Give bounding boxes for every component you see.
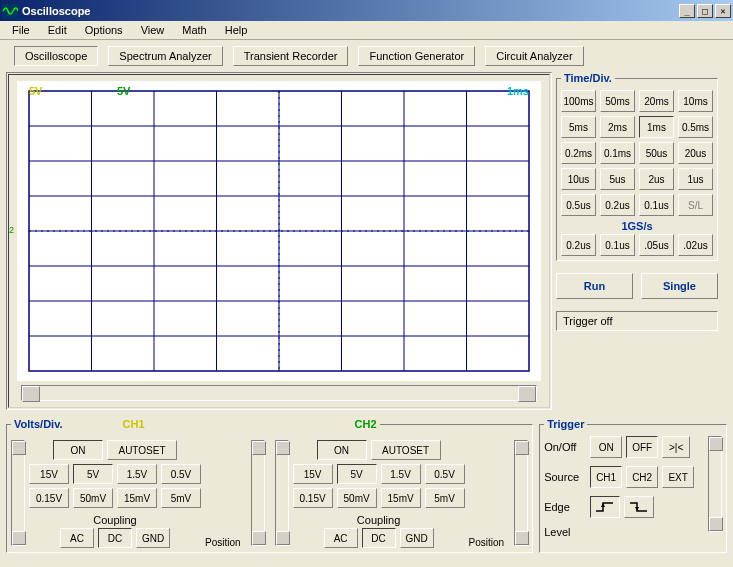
timediv-50ms[interactable]: 50ms bbox=[600, 90, 635, 112]
timediv-legend: Time/Div. bbox=[561, 72, 615, 84]
menu-math[interactable]: Math bbox=[174, 22, 214, 38]
timediv-02ms[interactable]: 0.2ms bbox=[561, 142, 596, 164]
ch1-coupling-dc[interactable]: DC bbox=[98, 528, 132, 548]
ch1-autoset-button[interactable]: AUTOSET bbox=[107, 440, 177, 460]
timediv-05ms[interactable]: 0.5ms bbox=[678, 116, 713, 138]
trigger-source-ext[interactable]: EXT bbox=[662, 466, 694, 488]
ch1-coupling-label: Coupling bbox=[93, 514, 136, 526]
app-icon bbox=[2, 3, 18, 19]
ch2-volts-5mV[interactable]: 5mV bbox=[425, 488, 465, 508]
gs-05us[interactable]: .05us bbox=[639, 234, 674, 256]
menubar: File Edit Options View Math Help bbox=[0, 21, 733, 40]
ch1-voltsdiv-slider[interactable] bbox=[11, 440, 25, 546]
run-button[interactable]: Run bbox=[556, 273, 633, 299]
ch1-on-button[interactable]: ON bbox=[53, 440, 103, 460]
timediv-10ms[interactable]: 10ms bbox=[678, 90, 713, 112]
ch2-coupling-ac[interactable]: AC bbox=[324, 528, 358, 548]
ch2-voltsdiv-slider[interactable] bbox=[275, 440, 289, 546]
ch1-volts-50mV[interactable]: 50mV bbox=[73, 488, 113, 508]
maximize-button[interactable]: □ bbox=[697, 4, 713, 18]
tab-spectrum-analyzer[interactable]: Spectrum Analyzer bbox=[108, 46, 222, 66]
menu-edit[interactable]: Edit bbox=[40, 22, 75, 38]
timediv-group: Time/Div. 100ms50ms20ms10ms5ms2ms1ms0.5m… bbox=[556, 72, 718, 261]
tab-function-generator[interactable]: Function Generator bbox=[358, 46, 475, 66]
ch1-position-slider[interactable] bbox=[251, 440, 265, 546]
horizontal-scrollbar[interactable] bbox=[21, 385, 537, 401]
trigger-source-label: Source bbox=[544, 471, 586, 483]
ch1-volts-5V[interactable]: 5V bbox=[73, 464, 113, 484]
titlebar: Oscilloscope _ □ ✕ bbox=[0, 0, 733, 21]
timediv-10us[interactable]: 10us bbox=[561, 168, 596, 190]
trigger-source-ch2[interactable]: CH2 bbox=[626, 466, 658, 488]
timediv-100ms[interactable]: 100ms bbox=[561, 90, 596, 112]
tab-circuit-analyzer[interactable]: Circuit Analyzer bbox=[485, 46, 583, 66]
trigger-group: Trigger On/Off ON OFF >|< Source CH1 CH2… bbox=[539, 418, 727, 553]
ch1-position-label: Position bbox=[205, 535, 241, 548]
timediv-5ms[interactable]: 5ms bbox=[561, 116, 596, 138]
ch1-volts-5mV[interactable]: 5mV bbox=[161, 488, 201, 508]
trigger-edge-label: Edge bbox=[544, 501, 586, 513]
ch2-volt-label: 5V bbox=[117, 85, 130, 97]
trigger-reset-button[interactable]: >|< bbox=[662, 436, 690, 458]
trigger-source-ch1[interactable]: CH1 bbox=[590, 466, 622, 488]
gs-02us[interactable]: .02us bbox=[678, 234, 713, 256]
ch2-volts-5V[interactable]: 5V bbox=[337, 464, 377, 484]
ch2-autoset-button[interactable]: AUTOSET bbox=[371, 440, 441, 460]
trigger-level-slider[interactable] bbox=[708, 436, 722, 532]
timediv-01ms[interactable]: 0.1ms bbox=[600, 142, 635, 164]
rising-edge-icon bbox=[595, 501, 615, 513]
menu-file[interactable]: File bbox=[4, 22, 38, 38]
gs-01us[interactable]: 0.1us bbox=[600, 234, 635, 256]
ch1-volts-15mV[interactable]: 15mV bbox=[117, 488, 157, 508]
timediv-50us[interactable]: 50us bbox=[639, 142, 674, 164]
ch2-header: CH2 bbox=[355, 418, 377, 430]
close-button[interactable]: ✕ bbox=[715, 4, 731, 18]
ch2-volts-015V[interactable]: 0.15V bbox=[293, 488, 333, 508]
ch2-on-button[interactable]: ON bbox=[317, 440, 367, 460]
trigger-off-button[interactable]: OFF bbox=[626, 436, 658, 458]
ch1-block: ON AUTOSET 15V5V1.5V0.5V 0.15V50mV15mV5m… bbox=[11, 440, 241, 548]
timediv-01us[interactable]: 0.1us bbox=[639, 194, 674, 216]
single-button[interactable]: Single bbox=[641, 273, 718, 299]
timediv-2ms[interactable]: 2ms bbox=[600, 116, 635, 138]
ch1-coupling-ac[interactable]: AC bbox=[60, 528, 94, 548]
voltsdiv-group: Volts/Div. CH1 CH2 ON AUTOSET 15V5V1.5V0… bbox=[6, 418, 533, 553]
menu-view[interactable]: View bbox=[133, 22, 173, 38]
scope-display: 5V 5V 1ms 2 bbox=[17, 81, 541, 381]
ch2-block: ON AUTOSET 15V5V1.5V0.5V 0.15V50mV15mV5m… bbox=[275, 440, 505, 548]
gs-02us[interactable]: 0.2us bbox=[561, 234, 596, 256]
ch2-coupling-gnd[interactable]: GND bbox=[400, 528, 434, 548]
ch1-coupling-gnd[interactable]: GND bbox=[136, 528, 170, 548]
tab-oscilloscope[interactable]: Oscilloscope bbox=[14, 46, 98, 66]
trigger-on-button[interactable]: ON bbox=[590, 436, 622, 458]
ch1-volts-15V[interactable]: 1.5V bbox=[117, 464, 157, 484]
menu-options[interactable]: Options bbox=[77, 22, 131, 38]
timediv-2us[interactable]: 2us bbox=[639, 168, 674, 190]
ch1-volts-015V[interactable]: 0.15V bbox=[29, 488, 69, 508]
trigger-status: Trigger off bbox=[556, 311, 718, 331]
tab-transient-recorder[interactable]: Transient Recorder bbox=[233, 46, 349, 66]
trigger-edge-rising[interactable] bbox=[590, 496, 620, 518]
mode-toolbar: Oscilloscope Spectrum Analyzer Transient… bbox=[0, 40, 733, 72]
ch1-volts-15V[interactable]: 15V bbox=[29, 464, 69, 484]
timediv-05us[interactable]: 0.5us bbox=[561, 194, 596, 216]
timediv-20us[interactable]: 20us bbox=[678, 142, 713, 164]
ch1-volts-05V[interactable]: 0.5V bbox=[161, 464, 201, 484]
timediv-1us[interactable]: 1us bbox=[678, 168, 713, 190]
ch2-volts-15mV[interactable]: 15mV bbox=[381, 488, 421, 508]
ch2-coupling-label: Coupling bbox=[357, 514, 400, 526]
ch2-volts-50mV[interactable]: 50mV bbox=[337, 488, 377, 508]
minimize-button[interactable]: _ bbox=[679, 4, 695, 18]
ch2-position-slider[interactable] bbox=[514, 440, 528, 546]
ch2-volts-15V[interactable]: 1.5V bbox=[381, 464, 421, 484]
ch2-volts-15V[interactable]: 15V bbox=[293, 464, 333, 484]
timediv-02us[interactable]: 0.2us bbox=[600, 194, 635, 216]
ch2-coupling-dc[interactable]: DC bbox=[362, 528, 396, 548]
timediv-5us[interactable]: 5us bbox=[600, 168, 635, 190]
timediv-1ms[interactable]: 1ms bbox=[639, 116, 674, 138]
ch2-position-label: Position bbox=[469, 535, 505, 548]
menu-help[interactable]: Help bbox=[217, 22, 256, 38]
timediv-20ms[interactable]: 20ms bbox=[639, 90, 674, 112]
ch2-volts-05V[interactable]: 0.5V bbox=[425, 464, 465, 484]
trigger-edge-falling[interactable] bbox=[624, 496, 654, 518]
